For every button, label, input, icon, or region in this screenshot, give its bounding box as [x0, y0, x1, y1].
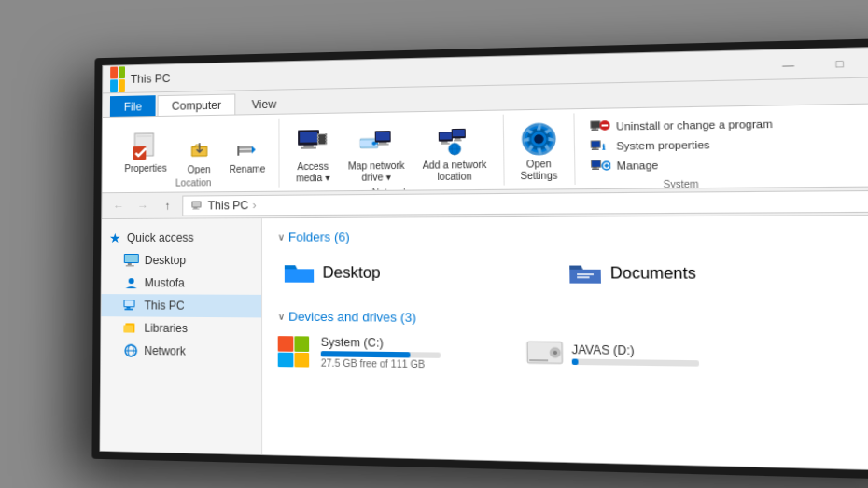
svg-rect-33 — [452, 130, 464, 136]
system-c-size: 27.5 GB free of 111 GB — [321, 357, 441, 369]
system-properties-label: System properties — [616, 139, 710, 152]
list-item[interactable]: Desktop — [278, 256, 416, 290]
map-network-drive-button[interactable]: Map networkdrive ▾ — [342, 119, 411, 188]
sidebar-quick-access[interactable]: ★ Quick access — [102, 226, 261, 249]
svg-marker-6 — [252, 146, 256, 153]
svg-rect-8 — [301, 132, 318, 142]
list-item[interactable]: Documents — [562, 256, 710, 292]
javas-d-bar-fill — [572, 359, 579, 365]
svg-rect-14 — [317, 136, 319, 138]
svg-rect-83 — [125, 255, 138, 262]
drives-grid: System (C:) 27.5 GB free of 111 GB — [278, 335, 868, 384]
access-media-label: Accessmedia ▾ — [296, 161, 330, 185]
sidebar-item-desktop[interactable]: Desktop — [102, 249, 261, 272]
svg-rect-84 — [128, 263, 132, 265]
svg-rect-85 — [126, 265, 134, 267]
list-item[interactable]: System (C:) 27.5 GB free of 111 GB — [278, 335, 441, 369]
open-settings-button[interactable]: OpenSettings — [513, 118, 564, 187]
javas-d-bar-bg — [572, 359, 699, 367]
star-icon: ★ — [109, 230, 121, 245]
svg-rect-3 — [239, 146, 252, 148]
address-path-bar[interactable]: This PC › — [182, 189, 868, 216]
folders-section-header[interactable]: ∨ Folders (6) — [278, 228, 868, 244]
add-network-location-button[interactable]: Add a networklocation — [416, 119, 493, 187]
open-icon — [187, 138, 211, 162]
forward-button[interactable]: → — [133, 196, 152, 215]
open-button[interactable]: Open — [178, 136, 220, 178]
title-controls: — □ ✕ — [763, 50, 868, 76]
uninstall-button[interactable]: Uninstall or change a program — [584, 114, 777, 136]
sidebar-item-network[interactable]: Network — [101, 339, 261, 363]
manage-button[interactable]: Manage — [585, 154, 778, 175]
svg-rect-9 — [304, 146, 314, 147]
hdd-icon — [526, 338, 564, 370]
monitor-frame: This PC — □ ✕ File Computer View — [91, 37, 868, 481]
svg-rect-79 — [192, 202, 200, 206]
svg-rect-35 — [454, 140, 462, 142]
up-button[interactable]: ↑ — [158, 196, 176, 215]
devices-chevron-icon: ∨ — [278, 311, 285, 321]
svg-rect-4 — [239, 149, 252, 152]
minimize-button[interactable]: — — [763, 52, 814, 76]
access-media-button[interactable]: Accessmedia ▾ — [289, 121, 336, 188]
uninstall-icon — [589, 119, 610, 134]
svg-rect-19 — [326, 139, 328, 141]
svg-rect-89 — [126, 307, 130, 309]
svg-rect-69 — [592, 148, 599, 150]
tab-file[interactable]: File — [110, 95, 156, 117]
svg-rect-31 — [441, 143, 450, 145]
sidebar-item-mustofa[interactable]: Mustofa — [102, 272, 261, 295]
svg-rect-73 — [593, 167, 596, 169]
svg-rect-27 — [377, 144, 389, 146]
content-area: ∨ Folders (6) Desktop — [262, 216, 868, 471]
system-c-info: System (C:) 27.5 GB free of 111 GB — [321, 336, 441, 370]
settings-group-label — [514, 186, 564, 188]
access-media-icon — [295, 125, 330, 160]
svg-rect-80 — [193, 207, 197, 208]
address-bar: ← → ↑ This PC › — [102, 187, 868, 219]
properties-button[interactable]: Properties — [119, 124, 173, 178]
sidebar-item-this-pc[interactable]: This PC — [101, 294, 261, 317]
folders-chevron-icon: ∨ — [278, 231, 285, 242]
svg-rect-63 — [591, 129, 598, 131]
svg-rect-74 — [592, 168, 599, 170]
location-group-items: Properties Open — [119, 119, 269, 178]
add-network-location-icon — [436, 123, 472, 159]
devices-section-header[interactable]: ∨ Devices and drives (3) — [278, 309, 868, 328]
system-properties-button[interactable]: ℹ System properties — [585, 133, 777, 156]
uninstall-label: Uninstall or change a program — [616, 118, 773, 132]
sidebar-item-libraries[interactable]: Libraries — [101, 316, 261, 341]
back-button[interactable]: ← — [109, 196, 128, 215]
list-item[interactable]: JAVAS (D:) — [526, 338, 700, 371]
open-settings-icon — [520, 121, 557, 157]
tab-view[interactable]: View — [237, 92, 290, 114]
svg-rect-62 — [592, 128, 595, 130]
desktop-label: Desktop — [145, 254, 186, 267]
libraries-sidebar-icon — [123, 321, 138, 334]
properties-icon — [129, 128, 162, 161]
svg-point-86 — [129, 278, 134, 284]
desktop-folder-icon — [284, 259, 315, 286]
javas-d-info: JAVAS (D:) — [571, 342, 699, 366]
this-pc-label: This PC — [145, 299, 185, 312]
desktop-folder-label: Desktop — [323, 264, 381, 282]
tab-computer[interactable]: Computer — [158, 93, 235, 116]
javas-d-name: JAVAS (D:) — [571, 342, 698, 358]
svg-rect-16 — [317, 142, 319, 144]
svg-rect-90 — [124, 309, 133, 311]
svg-rect-13 — [317, 133, 319, 135]
svg-text:ℹ: ℹ — [602, 143, 607, 152]
ribbon-group-settings: OpenSettings — [503, 113, 575, 185]
rename-button[interactable]: Rename — [226, 135, 270, 177]
svg-rect-68 — [593, 147, 596, 149]
ribbon-panel: Properties Open — [102, 104, 868, 194]
maximize-button[interactable]: □ — [814, 51, 865, 75]
svg-rect-61 — [591, 121, 599, 127]
network-sidebar-icon — [123, 344, 138, 357]
documents-folder-icon — [568, 259, 602, 287]
user-sidebar-icon — [124, 276, 139, 289]
window-title: This PC — [131, 58, 763, 85]
computer-path-icon — [190, 199, 203, 212]
open-label: Open — [188, 164, 211, 175]
svg-rect-15 — [317, 139, 319, 141]
